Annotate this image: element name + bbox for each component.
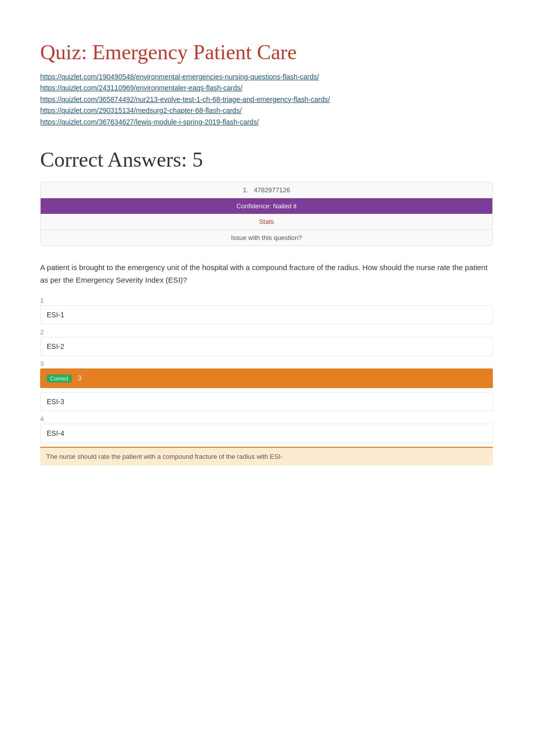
link-item-3[interactable]: https://quizlet.com/365874492/nur213-evo… — [40, 94, 493, 105]
link-item-5[interactable]: https://quizlet.com/367634627/lewis-modu… — [40, 116, 493, 128]
link-item-4[interactable]: https://quizlet.com/290315134/medsurg2-c… — [40, 105, 493, 116]
correct-badge: Correct — [47, 374, 72, 383]
answer-number-4: 4 — [40, 415, 493, 423]
link-item-2[interactable]: https://quizlet.com/243110969/environmen… — [40, 82, 493, 93]
answer-value-1[interactable]: ESI-1 — [40, 305, 493, 324]
explanation-bar: The nurse should rate the patient with a… — [40, 447, 493, 465]
answer-value-2[interactable]: ESI-2 — [40, 337, 493, 356]
answer-number-3: 3 — [40, 360, 493, 367]
question-card: 1. 4782977126 Confidence: Nailed it Stat… — [40, 182, 493, 246]
answer-value-3[interactable]: Correct 3 — [40, 368, 493, 388]
page-title: Quiz: Emergency Patient Care — [40, 40, 493, 64]
answers-section: 1ESI-12ESI-23Correct 3ESI-34ESI-4The nur… — [40, 297, 493, 465]
answer-label-3[interactable]: ESI-3 — [40, 392, 493, 411]
link-item-1[interactable]: https://quizlet.com/190490548/environmen… — [40, 71, 493, 82]
stats-row[interactable]: Stats — [41, 214, 492, 230]
confidence-row: Confidence: Nailed it — [41, 198, 492, 214]
issue-label: Issue with this question? — [231, 234, 302, 241]
answer-number-2: 2 — [40, 328, 493, 336]
links-section: https://quizlet.com/190490548/environmen… — [40, 71, 493, 128]
answer-number-1: 1 — [40, 297, 493, 304]
question-number-value: 4782977126 — [254, 186, 290, 194]
correct-answers-heading: Correct Answers: 5 — [40, 148, 493, 172]
stats-label: Stats — [259, 218, 274, 225]
question-number-row: 1. 4782977126 — [41, 182, 492, 198]
confidence-label: Confidence: Nailed it — [236, 202, 297, 210]
question-number-label: 1. — [243, 186, 248, 194]
issue-row[interactable]: Issue with this question? — [41, 230, 492, 245]
question-text: A patient is brought to the emergency un… — [40, 261, 493, 287]
answer-value-4[interactable]: ESI-4 — [40, 424, 493, 443]
